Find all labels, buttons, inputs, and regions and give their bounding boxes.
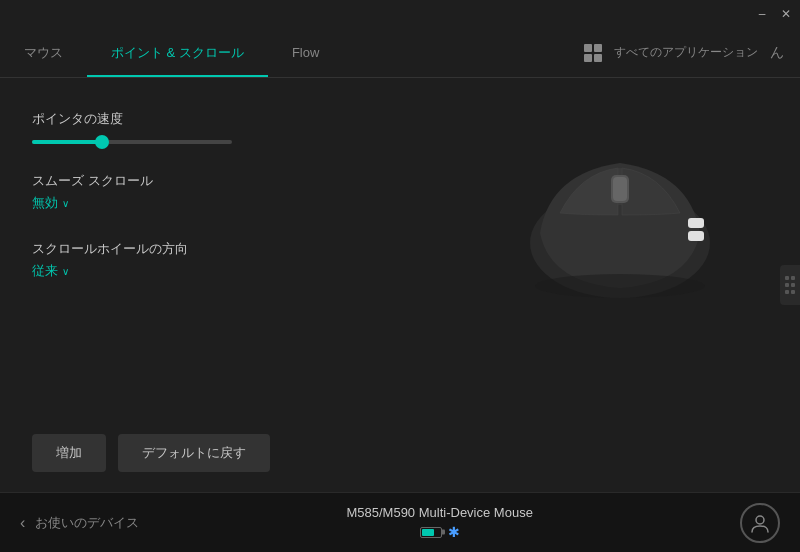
battery-icon <box>420 527 442 538</box>
user-initial[interactable]: ん <box>770 44 784 62</box>
increase-button[interactable]: 増加 <box>32 434 106 472</box>
mouse-image <box>480 118 760 318</box>
tab-point-scroll-label: ポイント & スクロール <box>111 44 244 62</box>
tab-flow[interactable]: Flow <box>268 28 343 77</box>
tab-bar: マウス ポイント & スクロール Flow すべてのアプリケーション ん <box>0 28 800 78</box>
scroll-direction-value-text: 従来 <box>32 262 58 280</box>
svg-rect-10 <box>785 290 789 294</box>
svg-rect-3 <box>688 218 704 228</box>
minimize-button[interactable]: – <box>756 8 768 20</box>
tab-right-area: すべてのアプリケーション ん <box>584 28 800 77</box>
user-avatar-button[interactable] <box>740 503 780 543</box>
smooth-scroll-arrow: ∨ <box>62 198 69 209</box>
tab-list: マウス ポイント & スクロール Flow <box>0 28 343 77</box>
device-name: M585/M590 Multi-Device Mouse <box>346 505 532 520</box>
footer-bar: ‹ お使いのデバイス M585/M590 Multi-Device Mouse … <box>0 492 800 552</box>
device-icons: ✱ <box>420 524 460 540</box>
bottom-actions: 増加 デフォルトに戻す <box>32 414 768 472</box>
back-label: お使いのデバイス <box>35 514 139 532</box>
main-content: ポインタの速度 スムーズ スクロール 無効 ∨ <box>0 78 800 492</box>
tab-mouse[interactable]: マウス <box>0 28 87 77</box>
app-window: – ✕ マウス ポイント & スクロール Flow すべてのアプリケーション ん <box>0 0 800 552</box>
smooth-scroll-value-text: 無効 <box>32 194 58 212</box>
slider-track <box>32 140 232 144</box>
apps-label[interactable]: すべてのアプリケーション <box>614 44 758 61</box>
svg-point-5 <box>535 274 705 298</box>
footer-left[interactable]: ‹ お使いのデバイス <box>20 514 139 532</box>
svg-rect-11 <box>791 290 795 294</box>
battery-fill <box>422 529 435 536</box>
footer-center: M585/M590 Multi-Device Mouse ✱ <box>346 505 532 540</box>
tab-flow-label: Flow <box>292 45 319 60</box>
svg-rect-2 <box>613 177 627 201</box>
mouse-illustration <box>490 123 750 313</box>
close-button[interactable]: ✕ <box>780 8 792 20</box>
slider-thumb[interactable] <box>95 135 109 149</box>
side-indicator[interactable] <box>780 265 800 305</box>
svg-rect-4 <box>688 231 704 241</box>
svg-rect-7 <box>791 276 795 280</box>
tab-point-scroll[interactable]: ポイント & スクロール <box>87 28 268 77</box>
apps-grid-icon[interactable] <box>584 44 602 62</box>
svg-rect-9 <box>791 283 795 287</box>
title-bar: – ✕ <box>0 0 800 28</box>
svg-rect-8 <box>785 283 789 287</box>
back-chevron-icon: ‹ <box>20 514 25 532</box>
pointer-speed-slider[interactable] <box>32 140 232 144</box>
reset-button[interactable]: デフォルトに戻す <box>118 434 270 472</box>
scroll-direction-arrow: ∨ <box>62 266 69 277</box>
content-panel: ポインタの速度 スムーズ スクロール 無効 ∨ <box>0 78 800 492</box>
svg-point-12 <box>756 516 764 524</box>
slider-fill <box>32 140 102 144</box>
svg-rect-6 <box>785 276 789 280</box>
bluetooth-icon: ✱ <box>448 524 460 540</box>
title-bar-buttons: – ✕ <box>756 8 792 20</box>
tab-mouse-label: マウス <box>24 44 63 62</box>
battery-body <box>420 527 442 538</box>
